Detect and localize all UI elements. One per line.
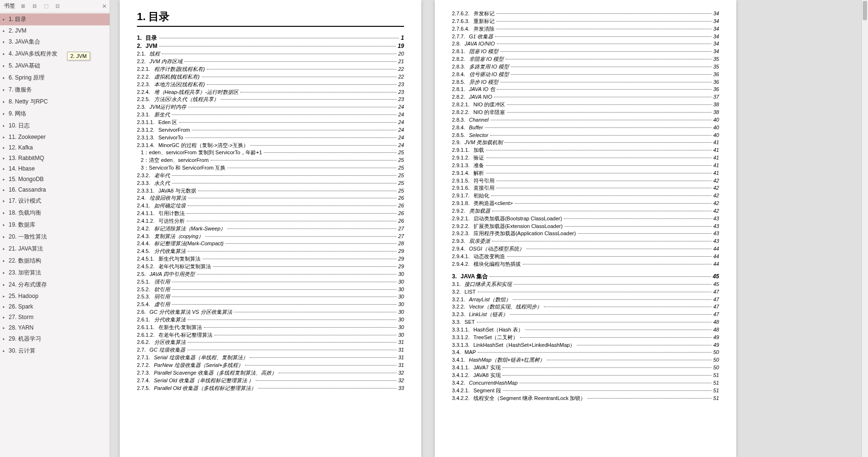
- bookmark-item[interactable]: 18. 负载均衡: [0, 207, 110, 219]
- toc-entry[interactable]: 2.8.1.JAVA IO 包36: [452, 86, 719, 93]
- toc-entry[interactable]: 2.3.3.1.JAVA8 与元数据25: [137, 187, 404, 194]
- toc-entry[interactable]: 2.7.1.Serial 垃圾收集器（单线程、复制算法）31: [137, 354, 404, 361]
- toc-entry[interactable]: 2.9.JVM 类加载机制41: [452, 139, 719, 146]
- bookmark-item[interactable]: 21. JAVA算法: [0, 243, 110, 255]
- toc-entry[interactable]: 3.4.2.1.Segment 段51: [452, 387, 719, 394]
- toc-entry[interactable]: 2.9.4.OSGI（动态模型系统）44: [452, 245, 719, 252]
- toc-entry[interactable]: 2.8.2.2.NIO 的非阻塞38: [452, 109, 719, 116]
- toc-entry[interactable]: 2.6.1.分代收集算法30: [137, 316, 404, 323]
- toc-entry[interactable]: 2.4.5.分代收集算法29: [137, 248, 404, 255]
- toc-entry[interactable]: 2.9.1.6.直接引用42: [452, 184, 719, 192]
- toc-entry[interactable]: 3.4.1.1.JAVA7 实现50: [452, 364, 719, 371]
- toc-entry[interactable]: 2.2.3.本地方法区(线程私有)23: [137, 81, 404, 88]
- toc-entry[interactable]: 2.9.1.1.加载41: [452, 147, 719, 154]
- toc-entry[interactable]: 3.4.1.2.JAVA8 实现51: [452, 372, 719, 379]
- bookmark-item[interactable]: 30. 云计算: [0, 345, 110, 357]
- toc-entry[interactable]: 3.1.接口继承关系和实现45: [452, 281, 719, 288]
- scrollbar[interactable]: [861, 0, 868, 457]
- toc-entry[interactable]: 2.8.2.1.NIO 的缓冲区38: [452, 101, 719, 108]
- toc-entry[interactable]: 2.9.2.1.启动类加载器(Bootstrap ClassLoader)43: [452, 215, 719, 222]
- toc-entry[interactable]: 3.2.LIST47: [452, 288, 719, 296]
- toc-entry[interactable]: 2.3.2.老年代25: [137, 172, 404, 179]
- toc-entry[interactable]: 2.7.6.3.重新标记34: [452, 18, 719, 25]
- toc-entry[interactable]: 2.4.5.1.新生代与复制算法29: [137, 255, 404, 263]
- bookmark-item[interactable]: 8. Netty 与RPC: [0, 96, 110, 108]
- toc-entry[interactable]: 2.7.4.Serial Old 收集器（单线程标记整理算法 ）32: [137, 377, 404, 384]
- toc-entry[interactable]: 2.8.4.信号驱动 IO 模型36: [452, 71, 719, 78]
- toc-entry[interactable]: 2.4.垃圾回收与算法26: [137, 194, 404, 202]
- toc-entry[interactable]: 2.3.1.1.Eden 区24: [137, 119, 404, 126]
- bookmark-item[interactable]: 10. 日志: [0, 120, 110, 132]
- scrollbar-thumb[interactable]: [863, 1, 867, 20]
- toc-entry[interactable]: 2.8.JAVA IO/NIO34: [452, 40, 719, 47]
- toc-entry[interactable]: 3.3.1.1.HashSet（Hash 表）48: [452, 326, 719, 333]
- toc-entry[interactable]: 2.3.1.新生代24: [137, 111, 404, 118]
- bookmark-item[interactable]: 20. 一致性算法: [0, 231, 110, 243]
- toc-entry[interactable]: 2.5.1.强引用30: [137, 278, 404, 286]
- bookmark-item[interactable]: 16. Cassandra: [0, 184, 110, 195]
- options-icon[interactable]: ⊡: [54, 2, 61, 10]
- toc-entry[interactable]: 3.3.SET48: [452, 319, 719, 326]
- toc-entry[interactable]: 2.6.GC 分代收集算法 VS 分区收集算法30: [137, 308, 404, 316]
- toc-entry[interactable]: 2.2.4.堆（Heap-线程共享）-运行时数据区23: [137, 89, 404, 96]
- bookmark-item[interactable]: 2. JVM: [0, 25, 110, 36]
- bookmark-item[interactable]: 5. JAVA基础: [0, 60, 110, 72]
- toc-entry[interactable]: 2.9.3.双亲委派43: [452, 238, 719, 245]
- bookmark-item[interactable]: 9. 网络: [0, 108, 110, 120]
- toc-entry[interactable]: 3.4.2.ConcurrentHashMap51: [452, 379, 719, 387]
- toc-entry[interactable]: 3.4.2.2.线程安全（Segment 继承 ReentrantLock 加锁…: [452, 395, 719, 402]
- toc-entry[interactable]: 2.6.2.分区收集算法31: [137, 339, 404, 346]
- toc-entry[interactable]: 2.3.3.永久代25: [137, 180, 404, 187]
- toc-entry[interactable]: 2.8.3.多路复用 IO 模型35: [452, 63, 719, 70]
- toc-entry[interactable]: 1.目录1: [137, 34, 404, 42]
- toc-entry[interactable]: 2.9.1.7.初始化42: [452, 192, 719, 199]
- toc-entry[interactable]: 2.9.1.4.解析41: [452, 170, 719, 177]
- toc-entry[interactable]: 2：清空 eden、servicorFrom25: [137, 157, 404, 164]
- toc-entry[interactable]: 2.6.1.2.在老年代-标记整理算法30: [137, 331, 404, 339]
- toc-entry[interactable]: 2.9.2.类加载器42: [452, 207, 719, 215]
- toc-entry[interactable]: 2.8.2.非阻塞 IO 模型35: [452, 56, 719, 63]
- toc-entry[interactable]: 2.3.1.2.ServivorFrom24: [137, 126, 404, 134]
- toc-entry[interactable]: 2.5.2.软引用30: [137, 286, 404, 293]
- toc-entry[interactable]: 2.8.2.JAVA NIO37: [452, 93, 719, 101]
- bookmark-item[interactable]: 4. JAVA多线程并发: [0, 48, 110, 60]
- toc-entry[interactable]: 2.2.1.程序计数器(线程私有)22: [137, 66, 404, 73]
- bookmark-item[interactable]: 15. MongoDB: [0, 174, 110, 184]
- toc-entry[interactable]: 2.7.6.4.并发清除34: [452, 25, 719, 33]
- toc-entry[interactable]: 2.9.2.2.扩展类加载器(Extension ClassLoader)43: [452, 223, 719, 230]
- toc-entry[interactable]: 2.8.1.阻塞 IO 模型34: [452, 48, 719, 55]
- bookmark-item[interactable]: 7. 微服务: [0, 84, 110, 96]
- bookmark-item[interactable]: 11. Zookeeper: [0, 132, 110, 142]
- bookmark-item[interactable]: 25. Hadoop: [0, 291, 110, 301]
- toc-entry[interactable]: 2.9.1.2.验证41: [452, 154, 719, 161]
- toc-entry[interactable]: 3.2.2.Vector（数组实现、线程同步）47: [452, 303, 719, 310]
- bookmark-item[interactable]: 22. 数据结构: [0, 255, 110, 267]
- bookmark-item[interactable]: 23. 加密算法: [0, 267, 110, 279]
- toc-entry[interactable]: 3.2.1.ArrayList（数组）47: [452, 296, 719, 303]
- bookmark-item[interactable]: 26. Spark: [0, 301, 110, 312]
- toc-entry[interactable]: 2.2.5.方法区/永久代（线程共享）23: [137, 96, 404, 103]
- toc-entry[interactable]: 2.9.1.3.准备41: [452, 162, 719, 169]
- toc-entry[interactable]: 2.JVM19: [137, 42, 404, 50]
- toc-entry[interactable]: 3.2.3.LinkList（链表）47: [452, 311, 719, 318]
- close-icon[interactable]: ✕: [102, 3, 107, 10]
- toc-entry[interactable]: 2.3.1.3.ServivorTo24: [137, 134, 404, 141]
- toc-entry[interactable]: 2.8.5.Selector40: [452, 132, 719, 139]
- bookmark-item[interactable]: 1. 目录: [0, 13, 110, 25]
- bookmark-item[interactable]: 28. YARN: [0, 322, 110, 333]
- bookmark-item[interactable]: 6. Spring 原理: [0, 72, 110, 84]
- bookmark-item[interactable]: 12. Kafka: [0, 142, 110, 153]
- toc-entry[interactable]: 2.3.1.4.MinorGC 的过程（复制->清空->互换）24: [137, 142, 404, 149]
- toc-entry[interactable]: 2.8.3.Channel40: [452, 116, 719, 124]
- toc-entry[interactable]: 2.7.2.ParNew 垃圾收集器（Serial+多线程）31: [137, 362, 404, 369]
- toc-entry[interactable]: 2.4.4.标记整理算法(Mark-Compact)28: [137, 240, 404, 247]
- bookmark-item[interactable]: 17. 设计模式: [0, 195, 110, 207]
- toc-entry[interactable]: 2.4.1.如何确定垃圾26: [137, 202, 404, 209]
- bookmark-item[interactable]: 13. RabbitMQ: [0, 153, 110, 163]
- toc-entry[interactable]: 2.9.2.3.应用程序类加载器(Application ClassLoader…: [452, 230, 719, 237]
- toc-entry[interactable]: 3.4.MAP50: [452, 349, 719, 356]
- bookmark-item[interactable]: 24. 分布式缓存: [0, 279, 110, 291]
- bookmark-item[interactable]: 14. Hbase: [0, 163, 110, 174]
- bookmark-item[interactable]: 3. JAVA集合: [0, 36, 110, 48]
- toc-entry[interactable]: 2.5.4.虚引用30: [137, 301, 404, 308]
